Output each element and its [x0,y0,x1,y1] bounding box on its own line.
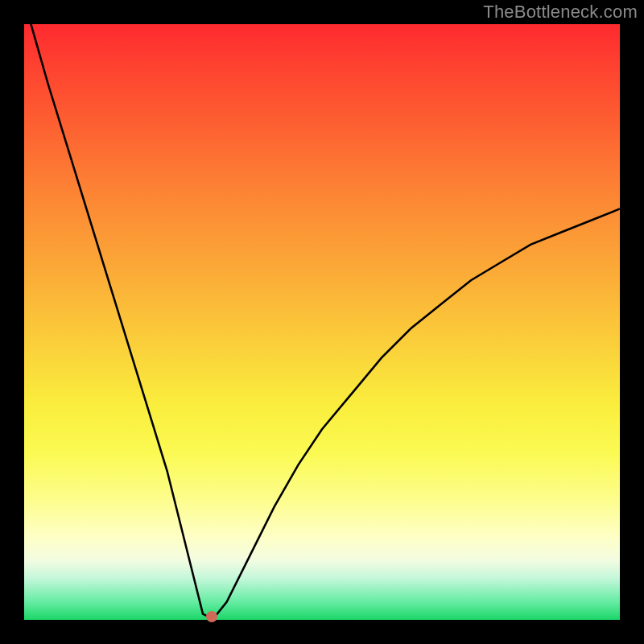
minimum-marker [206,611,217,622]
bottleneck-curve [24,24,620,620]
watermark-text: TheBottleneck.com [483,2,638,23]
chart-frame: TheBottleneck.com [0,0,644,644]
plot-area [24,24,620,620]
